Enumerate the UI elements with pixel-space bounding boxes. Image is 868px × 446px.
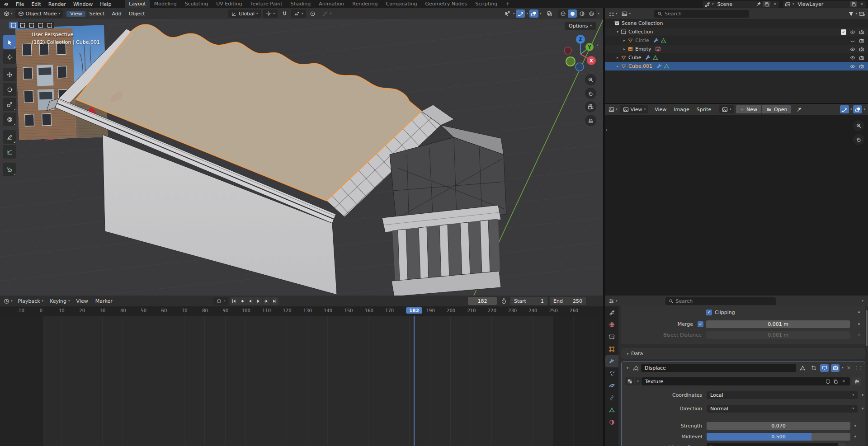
sidebar-toggle-icon[interactable]: ‹ [597, 42, 599, 47]
texture-browse-icon[interactable] [625, 377, 634, 385]
editor-type-properties-icon[interactable] [607, 297, 616, 305]
frame-start-field[interactable]: Start 1 [510, 297, 547, 305]
eye-icon[interactable] [850, 47, 855, 52]
unlink-scene-icon[interactable]: ✕ [772, 2, 778, 6]
timeline-editor-chevron[interactable]: ▾ [11, 300, 13, 303]
remove-view-layer-icon[interactable]: ✕ [859, 2, 864, 6]
animate-dot[interactable] [854, 436, 856, 437]
ie-pan-hand-button[interactable] [853, 134, 864, 145]
tab-material[interactable] [605, 416, 618, 428]
animate-dot[interactable] [862, 394, 863, 396]
data-subpanel[interactable]: ▸ Data [621, 348, 865, 359]
properties-scrollbar[interactable] [866, 310, 868, 346]
workspace-tab-animation[interactable]: Animation [315, 0, 348, 8]
ortho-grid-button[interactable] [585, 115, 596, 126]
outliner-row-empty[interactable]: ▸Empty [605, 45, 868, 53]
editor-type-chevron[interactable]: ▾ [11, 12, 13, 15]
invert-vertex-group-icon[interactable]: ↔ [838, 443, 846, 446]
stopwatch-icon[interactable] [499, 297, 508, 305]
drag-handle-icon[interactable]: ⋮⋮ [854, 365, 862, 371]
outliner-row-circle[interactable]: ▸Circle [605, 36, 868, 45]
eye-icon[interactable] [850, 64, 855, 69]
new-scene-button[interactable] [763, 1, 770, 7]
merge-value-field[interactable]: 0.001 m [706, 320, 850, 328]
ie-overlays-toggle-icon[interactable] [853, 105, 862, 113]
menu-add[interactable]: Add [108, 11, 125, 17]
animate-dot[interactable] [858, 311, 860, 313]
modifier-extras-chevron[interactable]: ▾ [842, 366, 844, 370]
outliner-row-cube[interactable]: ▸Cube [605, 53, 868, 62]
tool-scale[interactable] [3, 98, 16, 111]
outliner-display-chevron[interactable]: ▾ [616, 12, 618, 15]
tab-physics[interactable] [605, 380, 618, 392]
strength-field[interactable]: 0.070 [707, 422, 850, 430]
play-reverse-button[interactable] [246, 297, 254, 305]
view-layer-selector[interactable]: ▾ ViewLayer ✕ [783, 1, 866, 8]
pin-icon[interactable] [756, 1, 761, 7]
unlink-texture-icon[interactable]: ✕ [841, 379, 846, 384]
view-layer-name[interactable]: ViewLayer [796, 1, 848, 7]
filter-funnel-icon[interactable] [846, 9, 855, 18]
add-workspace-button[interactable]: + [501, 0, 514, 8]
editor-type-3d-viewport-icon[interactable] [2, 9, 11, 18]
clipping-checkbox[interactable]: ✓ [706, 310, 712, 315]
frame-end-field[interactable]: End 250 [550, 297, 586, 305]
current-frame-field[interactable]: 182 [468, 297, 497, 305]
editor-type-timeline-icon[interactable] [2, 297, 11, 305]
new-image-button[interactable]: + New [736, 105, 761, 113]
outliner-row-cube-001[interactable]: ▸Cube.001 [605, 62, 868, 70]
collapse-icon[interactable]: ▾ [614, 30, 621, 34]
eye-closed-icon[interactable] [850, 38, 855, 43]
workspace-tab-shading[interactable]: Shading [287, 0, 315, 8]
menu-view[interactable]: View [651, 107, 670, 113]
tab-modifiers[interactable] [605, 355, 618, 367]
snap-to-dropdown[interactable]: ▾ [291, 9, 306, 18]
workspace-tab-scripting[interactable]: Scripting [471, 0, 501, 8]
menu-render[interactable]: Render [45, 1, 70, 7]
menu-edit[interactable]: Edit [28, 1, 44, 7]
previous-keyframe-button[interactable] [238, 297, 246, 305]
workspace-tab-rendering[interactable]: Rendering [348, 0, 382, 8]
workspace-tab-uv-editing[interactable]: UV Editing [212, 0, 246, 8]
realtime-display-toggle-icon[interactable] [820, 364, 829, 372]
animate-dot[interactable] [862, 408, 863, 409]
new-view-layer-button[interactable] [850, 1, 857, 7]
proportional-editing-icon[interactable] [308, 9, 317, 18]
gizmos-toggle-icon[interactable] [516, 9, 525, 18]
shading-wireframe-icon[interactable] [558, 9, 567, 18]
ie-toolbar-toggle-icon[interactable]: › [606, 127, 608, 132]
menu-playback[interactable]: Playback▾ [15, 297, 47, 305]
coordinates-dropdown[interactable]: Local▾ [707, 391, 858, 399]
expand-icon[interactable]: ▸ [614, 64, 621, 68]
workspace-tab-texture-paint[interactable]: Texture Paint [246, 0, 287, 8]
region-divider[interactable] [603, 8, 605, 446]
expand-icon[interactable]: ▾ [624, 366, 631, 370]
timeline-ruler[interactable]: -100102030405060708090100110120130140150… [0, 306, 603, 316]
modifier-name-field[interactable]: Displace [641, 364, 796, 372]
workspace-tab-sculpting[interactable]: Sculpting [181, 0, 212, 8]
tool-cursor[interactable] [3, 50, 16, 64]
collection-checkbox[interactable]: ✓ [841, 29, 846, 35]
show-object-types-icon[interactable] [503, 9, 512, 18]
jump-to-start-button[interactable] [230, 297, 238, 305]
expand-icon[interactable]: ▸ [621, 38, 627, 42]
select-mode-new-button[interactable] [9, 22, 18, 28]
playhead-badge[interactable]: 182 [406, 307, 422, 314]
outliner-filter-type-icon[interactable] [620, 9, 629, 18]
menu-view[interactable]: View [66, 11, 85, 17]
tool-annotate[interactable] [3, 130, 16, 144]
playhead-line[interactable] [414, 316, 415, 446]
expand-icon[interactable]: ▸ [621, 47, 627, 51]
select-mode-intersect-button[interactable] [45, 22, 54, 28]
merge-checkbox[interactable]: ✓ [698, 321, 703, 327]
bisect-value-field[interactable]: 0.001 m [706, 331, 850, 339]
overlays-toggle-icon[interactable] [529, 9, 538, 18]
texture-name-field[interactable]: Texture ✕ [642, 377, 850, 385]
snap-toggle-magnet-icon[interactable] [280, 9, 289, 18]
menu-keying[interactable]: Keying▾ [47, 297, 72, 305]
tab-object[interactable] [605, 343, 618, 355]
editor-type-image-icon[interactable] [607, 105, 616, 113]
pin-icon[interactable] [795, 105, 804, 113]
shading-material-icon[interactable] [577, 9, 586, 18]
scene-selector[interactable]: ▾ Scene ✕ [703, 1, 779, 8]
